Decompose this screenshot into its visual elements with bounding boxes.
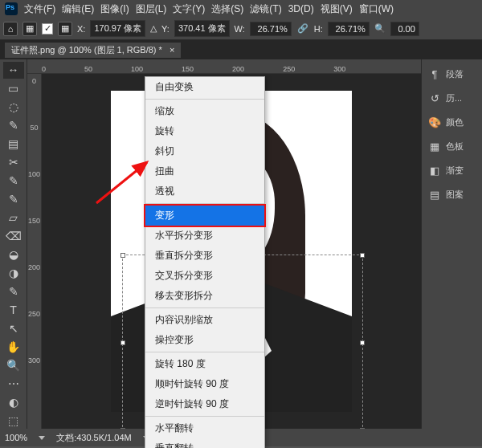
tool-eyedropper[interactable]: ✎ xyxy=(3,173,24,189)
menu-3d[interactable]: 3D(D) xyxy=(288,3,314,14)
menu-filter[interactable]: 滤镜(T) xyxy=(250,2,281,16)
menu-window[interactable]: 窗口(W) xyxy=(359,2,394,16)
menu-layer[interactable]: 图层(L) xyxy=(136,2,167,16)
context-menu-separator xyxy=(145,203,264,204)
ruler-v-tick: 250 xyxy=(28,310,40,318)
home-icon[interactable]: ⌂ xyxy=(3,22,18,36)
close-tab-icon[interactable]: × xyxy=(170,45,174,55)
context-menu-item[interactable]: 缩放 xyxy=(145,101,264,121)
menu-image[interactable]: 图像(I) xyxy=(100,2,129,16)
ruler-h-tick: 250 xyxy=(283,65,295,73)
panel-color[interactable]: 🎨颜色 xyxy=(425,112,479,132)
panel-pattern[interactable]: ▤图案 xyxy=(425,185,479,204)
link-wh-icon[interactable]: 🔗 xyxy=(296,22,309,35)
context-menu-item[interactable]: 移去变形拆分 xyxy=(145,286,264,306)
context-menu-item[interactable]: 逆时针旋转 90 度 xyxy=(145,394,264,414)
menu-type[interactable]: 文字(Y) xyxy=(173,2,205,16)
x-value-field[interactable]: 170.97 像素 xyxy=(90,20,145,37)
ruler-v-tick: 200 xyxy=(28,263,40,271)
zoom-dropdown-icon[interactable] xyxy=(39,436,45,440)
tool-pen[interactable]: ✎ xyxy=(3,283,24,299)
h-value-field[interactable]: 26.71% xyxy=(328,22,370,36)
panel-paragraph[interactable]: ¶段落 xyxy=(425,64,479,83)
context-menu-item[interactable]: 垂直拆分变形 xyxy=(145,246,264,266)
zoom-level[interactable]: 100% xyxy=(5,433,27,442)
tool-hand[interactable]: ✋ xyxy=(3,338,24,355)
menu-file[interactable]: 文件(F) xyxy=(24,2,55,16)
tool-gradient[interactable]: ◒ xyxy=(3,246,24,263)
tool-dodge[interactable]: ◑ xyxy=(3,264,24,281)
context-menu-item[interactable]: 水平拆分变形 xyxy=(145,226,264,246)
document-tab[interactable]: 证件照.png @ 100% (图层 1, RGB/8) * × xyxy=(5,43,181,58)
w-label: W: xyxy=(235,24,245,34)
search-icon[interactable]: 🔍 xyxy=(374,23,386,34)
context-menu-separator xyxy=(145,307,264,308)
tool-type[interactable]: T xyxy=(3,301,24,318)
ruler-horizontal: 0 50 100 150 200 250 300 xyxy=(27,59,421,74)
y-value-field[interactable]: 370.41 像素 xyxy=(174,20,230,37)
tool-move[interactable]: ↔ xyxy=(3,62,24,79)
context-menu-item[interactable]: 旋转 180 度 xyxy=(145,354,264,374)
x-label: X: xyxy=(77,24,85,34)
context-menu-item[interactable]: 扭曲 xyxy=(145,161,264,181)
context-menu-item[interactable]: 操控变形 xyxy=(145,330,264,350)
tool-path[interactable]: ↖ xyxy=(3,320,24,336)
tool-crop[interactable]: ▤ xyxy=(3,136,24,153)
panel-label: 图案 xyxy=(446,189,464,201)
panel-swatches[interactable]: ▦色板 xyxy=(425,136,479,156)
quickmask-icon[interactable]: ⬚ xyxy=(3,412,24,429)
document-tab-label: 证件照.png @ 100% (图层 1, RGB/8) * xyxy=(11,45,162,55)
ruler-h-tick: 0 xyxy=(42,65,46,73)
tool-brush[interactable]: ✎ xyxy=(3,191,24,208)
tool-stamp[interactable]: ▱ xyxy=(3,210,24,226)
menu-edit[interactable]: 编辑(E) xyxy=(62,2,94,16)
w-value-field[interactable]: 26.71% xyxy=(250,22,292,36)
history-icon: ↺ xyxy=(428,92,441,104)
context-menu-item[interactable]: 垂直翻转 xyxy=(145,438,264,448)
tool-lasso[interactable]: ◌ xyxy=(3,99,24,116)
context-menu-item[interactable]: 顺时针旋转 90 度 xyxy=(145,374,264,394)
context-menu-item[interactable]: 旋转 xyxy=(145,121,264,141)
context-menu-item[interactable]: 透视 xyxy=(145,181,264,202)
context-menu-item[interactable]: 内容识别缩放 xyxy=(145,310,264,330)
panels-dock: ¶段落 ↺历... 🎨颜色 ▦色板 ◧渐变 ▤图案 xyxy=(421,59,482,429)
tool-wand[interactable]: ✎ xyxy=(3,117,24,134)
context-menu-separator xyxy=(145,352,264,352)
menu-select[interactable]: 选择(S) xyxy=(211,2,243,16)
gradient-icon: ◧ xyxy=(428,164,441,177)
app-logo xyxy=(5,2,18,15)
context-menu-item[interactable]: 交叉拆分变形 xyxy=(145,266,264,286)
tool-eraser[interactable]: ⌫ xyxy=(3,228,24,245)
tool-marquee[interactable]: ▭ xyxy=(3,80,24,97)
transform-thumb-icon[interactable]: ▦ xyxy=(22,22,37,36)
ruler-h-tick: 150 xyxy=(182,65,194,73)
paragraph-icon: ¶ xyxy=(428,67,441,80)
doc-size: 文档:430.5K/1.04M xyxy=(56,432,132,444)
panel-label: 色板 xyxy=(446,141,464,153)
pattern-icon: ▤ xyxy=(428,188,441,201)
reference-point-checkbox[interactable]: ✓ xyxy=(42,23,53,35)
foreground-background-colors[interactable]: ◐ xyxy=(3,393,24,410)
ruler-v-tick: 150 xyxy=(28,217,40,225)
menu-bar: 文件(F) 编辑(E) 图像(I) 图层(L) 文字(Y) 选择(S) 滤镜(T… xyxy=(0,0,482,18)
tool-more[interactable]: ⋯ xyxy=(3,375,24,392)
transform-context-menu: 自由变换缩放旋转斜切扭曲透视变形水平拆分变形垂直拆分变形交叉拆分变形移去变形拆分… xyxy=(145,76,265,448)
tool-slice[interactable]: ✂ xyxy=(3,154,24,171)
context-menu-item[interactable]: 水平翻转 xyxy=(145,418,264,438)
h-label: H: xyxy=(314,24,323,34)
panel-label: 渐变 xyxy=(446,165,464,177)
delta-icon[interactable]: △ xyxy=(150,23,157,34)
context-menu-item[interactable]: 斜切 xyxy=(145,141,264,161)
context-menu-separator xyxy=(145,99,264,100)
angle-field[interactable]: 0.00 xyxy=(390,22,419,36)
context-menu-item-warp[interactable]: 变形 xyxy=(145,206,264,226)
context-menu-item[interactable]: 自由变换 xyxy=(145,77,264,97)
ruler-h-tick: 200 xyxy=(232,65,244,73)
ruler-v-tick: 0 xyxy=(32,77,36,85)
panel-gradient[interactable]: ◧渐变 xyxy=(425,161,479,180)
toolbox: ↔ ▭ ◌ ✎ ▤ ✂ ✎ ✎ ▱ ⌫ ◒ ◑ ✎ T ↖ ✋ 🔍 ⋯ ◐ ⬚ xyxy=(0,59,27,429)
menu-view[interactable]: 视图(V) xyxy=(321,2,353,16)
panel-history[interactable]: ↺历... xyxy=(425,88,479,108)
tool-zoom[interactable]: 🔍 xyxy=(3,356,24,373)
reference-point-grid-icon[interactable]: ▦ xyxy=(58,22,72,36)
